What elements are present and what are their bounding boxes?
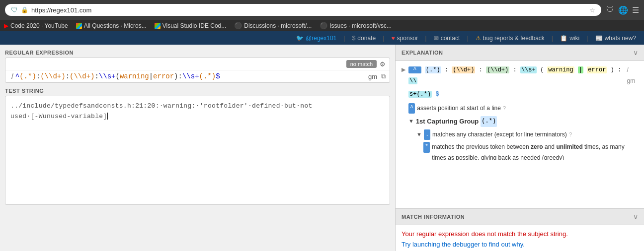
warning-icon: ⚠ [476, 35, 481, 42]
shield-icon: 🛡 [11, 6, 18, 14]
regex-pattern[interactable]: ^(.*):(\\d+):(\\d+):\\s+(warning|error):… [15, 72, 368, 80]
exp-regex-line2: s+(.*) $ [408, 89, 638, 100]
test-section-label: TEST STRING [5, 88, 390, 94]
regex-section-label: REGULAR EXPRESSION [5, 50, 390, 56]
nav-bug-reports[interactable]: ⚠ bug reports & feedback [476, 35, 545, 42]
exp-grp2-hl: (\\d+) [452, 66, 475, 73]
exp-warning-hl: warning [547, 66, 574, 73]
match-debugger-link[interactable]: Try launching the debugger to find out w… [402, 241, 525, 248]
regex-colon4: : [178, 72, 182, 80]
exp-star-spacer [416, 142, 421, 152]
nav-sponsor-label: sponsor [397, 35, 418, 42]
regex-group1: (.*) [19, 72, 36, 80]
copy-icon[interactable]: ⧉ [381, 72, 386, 80]
nav-donate-label: donate [357, 35, 376, 42]
exp-ws2-hl: \\ [408, 77, 417, 84]
exp-dot-toggle[interactable]: ▼ [416, 130, 422, 140]
nav-contact[interactable]: ✉ contact [434, 35, 460, 42]
top-nav: 🐦 @regex101 | $ donate | ♥ sponsor | ✉ c… [0, 31, 644, 45]
nav-sponsor[interactable]: ♥ sponsor [391, 35, 418, 42]
lock-icon: 🔒 [21, 6, 28, 13]
bookmark-discussions-label: Discussions · microsoft/... [244, 22, 312, 29]
no-match-badge: no match [346, 60, 377, 68]
test-string-box[interactable]: ../include/typedefsandconsts.h:21:20:·wa… [5, 96, 390, 205]
exp-regex-colon1: : [445, 66, 448, 73]
nav-whatsnew-label: whats new? [605, 35, 636, 42]
nav-contact-label: contact [441, 35, 460, 42]
left-panel: REGULAR EXPRESSION no match ⚙ / ^(.*):(\… [0, 45, 395, 251]
match-section-title: MATCH INFORMATION [402, 214, 465, 220]
exp-group1-toggle[interactable]: ▼ [408, 117, 414, 126]
nav-wiki[interactable]: 📋 wiki [560, 35, 579, 42]
regex-dollar: $ [216, 72, 220, 80]
exp-grp1-hl: (.*) [425, 66, 441, 73]
exp-row-star: * matches the previous token between zer… [416, 142, 638, 160]
bookmark-vscode[interactable]: Visual Studio IDE Cod... [155, 22, 227, 29]
main-content: REGULAR EXPRESSION no match ⚙ / ^(.*):(\… [0, 45, 644, 251]
exp-star-badge: * [423, 142, 430, 153]
gear-icon[interactable]: ⚙ [380, 61, 386, 68]
nav-twitter-label: @regex101 [306, 35, 336, 42]
cursor [107, 113, 108, 120]
exp-dollar-hl: $ [435, 91, 439, 98]
regex-paren-open: ( [115, 72, 119, 80]
nav-divider5: | [552, 34, 553, 42]
regex-error-word: error [153, 72, 174, 80]
match-section-header: MATCH INFORMATION ∨ [396, 209, 644, 225]
bookmark-gh-icon2: ⚫ [320, 22, 327, 29]
exp-regex-colon4: : [618, 66, 621, 73]
whatsnew-icon: 📰 [595, 35, 603, 42]
regex-ws: \\s+ [99, 72, 116, 80]
exp-star-text: matches the previous token between zero … [432, 142, 638, 160]
regex-paren-close: ) [174, 72, 178, 80]
privacy-icon[interactable]: 🛡 [606, 5, 614, 15]
exp-caret-help[interactable]: ? [503, 104, 506, 114]
explanation-chevron[interactable]: ∨ [633, 49, 638, 57]
regex-pipe: | [149, 72, 153, 80]
nav-donate[interactable]: $ donate [352, 35, 376, 42]
exp-regex-paren2: ) [611, 66, 614, 73]
regex-toolbar: no match ⚙ [5, 58, 390, 70]
nav-divider6: | [586, 34, 588, 42]
url-text[interactable]: https://regex101.com [31, 6, 586, 14]
nav-divider3: | [425, 34, 426, 42]
test-section: TEST STRING ../include/typedefsandconsts… [5, 88, 390, 248]
exp-row-caret: ^ asserts position at start of a line ? [408, 103, 638, 114]
match-section-chevron[interactable]: ∨ [633, 213, 638, 221]
exp-caret-hl: ^ [408, 66, 421, 73]
extension-icon[interactable]: 🌐 [618, 5, 628, 15]
exp-group1-pattern: (.*) [481, 116, 497, 127]
bookmark-vscode-label: Visual Studio IDE Cod... [162, 22, 227, 29]
exp-pipe-hl: | [578, 66, 583, 73]
browser-chrome: 🛡 🔒 https://regex101.com ☆ 🛡 🌐 ☰ [0, 0, 644, 20]
bookmark-gh-icon1: ⚫ [234, 22, 242, 29]
exp-triangle: ▶ [402, 65, 408, 75]
nav-divider2: | [383, 34, 384, 42]
regex-delimiter-start: / [9, 72, 13, 80]
bookmark-discussions[interactable]: ⚫ Discussions · microsoft/... [234, 22, 312, 29]
regex-group3: (\\d+) [70, 72, 94, 80]
exp-dot-badge: . [424, 129, 430, 140]
bookmark-issues[interactable]: ⚫ Issues · microsoft/vsc... [320, 22, 392, 29]
bookmark-star-icon[interactable]: ☆ [589, 6, 595, 14]
bookmark-microsoft-questions[interactable]: All Questions · Micros... [76, 22, 147, 29]
exp-flags-display: / gm [627, 65, 638, 86]
bookmark-vs-icon [155, 23, 161, 29]
exp-caret-text: asserts position at start of a line [417, 103, 501, 114]
donate-icon: $ [352, 35, 356, 42]
nav-divider4: | [467, 34, 468, 42]
regex-colon3: : [94, 72, 98, 80]
nav-divider1: | [343, 34, 345, 42]
nav-whatsnew[interactable]: 📰 whats new? [595, 35, 636, 42]
bookmark-youtube[interactable]: ▶ Code 2020 · YouTube [4, 22, 68, 29]
address-bar[interactable]: 🛡 🔒 https://regex101.com ☆ [5, 4, 601, 16]
regex-flags[interactable]: gm [368, 73, 377, 80]
regex-section: REGULAR EXPRESSION no match ⚙ / ^(.*):(\… [5, 50, 390, 83]
menu-icon[interactable]: ☰ [632, 5, 639, 15]
bookmark-issues-label: Issues · microsoft/vsc... [329, 22, 392, 29]
exp-regex-paren: ( [540, 66, 544, 73]
exp-dot-help[interactable]: ? [569, 130, 572, 140]
nav-twitter[interactable]: 🐦 @regex101 [296, 35, 336, 42]
bookmark-youtube-icon: ▶ [4, 22, 8, 29]
contact-icon: ✉ [434, 35, 439, 42]
